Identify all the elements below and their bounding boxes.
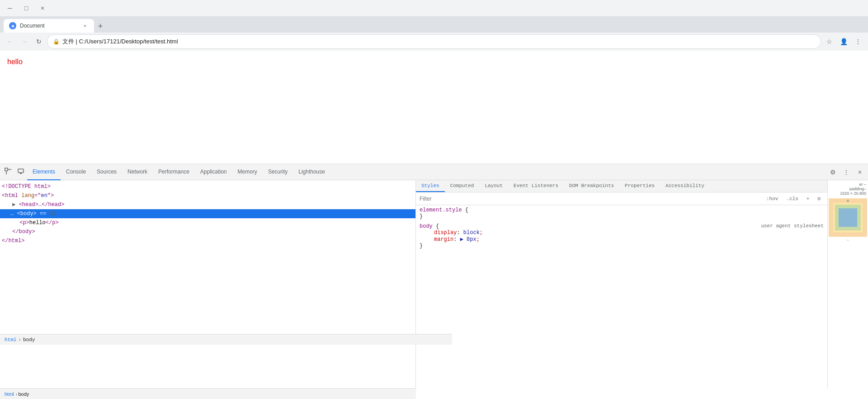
address-bar: ← → ↻ 🔒 文件 | C:/Users/17121/Desktop/test… [0,33,868,51]
dom-panel: <!DOCTYPE html> <html lang="en"> ▶ <head… [0,180,416,388]
box-model-panel: er – padding– 1520 × 20.800 8 – [827,180,868,388]
page-content: hello [0,51,868,164]
styles-panel: Styles Computed Layout Event Listeners D [416,180,827,388]
tab-security[interactable]: Security [263,164,293,180]
body-eq: $0 [50,211,56,217]
dom-line-html[interactable]: <html lang="en"> [0,191,415,200]
back-button[interactable]: ← [4,35,16,48]
tab-favicon: ◉ [9,22,16,29]
window-close-button[interactable]: × [36,2,49,14]
toolbar-right: ☆ 👤 ⋮ [823,35,864,48]
element-style-close: } [420,213,824,220]
dom-line-doctype[interactable]: <!DOCTYPE html> [0,182,415,191]
title-bar: ─ □ × [0,0,868,16]
add-style-button[interactable]: + [803,195,813,203]
box-dims: – [828,238,868,242]
tab-bar: ◉ Document × + [0,16,868,33]
box-model-size-label: er – padding– 1520 × 20.800 [828,180,868,197]
maximize-button[interactable]: □ [20,2,33,14]
minimize-button[interactable]: ─ [4,2,16,14]
element-style-block: element.style { } [420,207,824,220]
element-style-selector[interactable]: element.style { [420,207,824,213]
body-style-close: } [420,243,824,249]
tab-console[interactable]: Console [61,164,91,180]
styles-filter-input[interactable] [420,196,761,202]
device-toolbar-button[interactable] [14,166,27,178]
forward-button[interactable]: → [18,35,31,48]
svg-rect-0 [5,168,8,171]
profile-icon: 👤 [840,38,848,45]
menu-icon: ⋮ [855,38,861,45]
breadcrumb-html[interactable]: html [4,337,17,343]
tab-performance[interactable]: Performance [153,164,195,180]
devtools-settings-button[interactable]: ⚙ [826,166,839,178]
styles-tab-layout[interactable]: Layout [479,180,508,192]
url-bar[interactable]: 🔒 文件 | C:/Users/17121/Desktop/test/test.… [47,34,821,49]
forward-icon: → [21,38,28,45]
svg-rect-4 [20,173,22,174]
devtools-close-button[interactable]: × [854,166,866,178]
menu-button[interactable]: ⋮ [852,35,864,48]
hello-text: hello [7,58,23,66]
settings-icon: ⚙ [830,169,836,176]
inspect-element-button[interactable] [2,166,14,178]
security-icon: 🔒 [53,38,60,45]
dom-line-body[interactable]: … <body> == $0 [0,209,415,218]
p-tag: <p> [19,220,29,226]
user-agent-label: user agent stylesheet [761,223,824,229]
body-tag: <body> == [17,211,50,217]
breadcrumb-body[interactable]: body [22,337,36,343]
styles-tab-event-listeners[interactable]: Event Listeners [508,180,564,192]
reload-icon: ↻ [36,38,42,45]
tab-application[interactable]: Application [195,164,232,180]
tab-network[interactable]: Network [122,164,153,180]
devtools-toolbar-right: ⚙ ⋮ × [826,166,866,178]
browser-tab-active[interactable]: ◉ Document × [4,19,94,33]
dom-line-head[interactable]: ▶ <head>…</head> [0,200,415,209]
bookmark-icon: ☆ [826,38,832,45]
body-style-selector-line[interactable]: body { user agent stylesheet [420,223,824,230]
dom-line-html-close[interactable]: </html> [0,236,415,245]
url-text: 文件 | C:/Users/17121/Desktop/test/test.ht… [62,38,815,46]
body-close-tag: </body> [12,229,35,235]
tab-close-button[interactable]: × [81,22,89,29]
tab-lighthouse[interactable]: Lighthouse [293,164,330,180]
devtools: Elements Console Sources Network Perform… [0,164,868,399]
breadcrumb-html-item[interactable]: html [4,391,15,397]
styles-tab-computed[interactable]: Computed [445,180,480,192]
styles-and-box: Styles Computed Layout Event Listeners D [416,180,868,388]
devtools-more-button[interactable]: ⋮ [840,166,853,178]
styles-content: element.style { } body { user agent styl… [416,205,827,388]
style-panels-button[interactable]: ⊡ [814,194,824,203]
devtools-right-panel: Styles Computed Layout Event Listeners D [416,180,868,388]
hov-button[interactable]: :hov [763,195,781,203]
styles-filter-bar: :hov .cls + ⊡ [416,192,827,205]
body-triangle[interactable]: … [10,211,14,217]
bookmark-button[interactable]: ☆ [823,35,835,48]
dom-line-body-close[interactable]: </body> [0,227,415,236]
browser-chrome: ─ □ × ◉ Document × + ← → ↻ 🔒 文件 | C:/Use… [0,0,868,51]
html-close-tag: </html> [2,238,24,244]
styles-tab-dom-breakpoints[interactable]: DOM Breakpoints [564,180,619,192]
svg-rect-3 [18,169,24,173]
cls-button[interactable]: .cls [783,195,801,203]
tab-memory[interactable]: Memory [232,164,263,180]
reload-button[interactable]: ↻ [33,35,45,48]
dom-breadcrumb: html › body [0,334,416,345]
css-display-prop[interactable]: display: block; [420,230,824,236]
dom-line-p[interactable]: <p>hello</p> [0,218,415,227]
styles-tab-styles[interactable]: Styles [416,180,445,192]
box-model-visualization: 8 [829,198,867,237]
breadcrumb-body-item[interactable]: body [18,391,29,397]
styles-tab-properties[interactable]: Properties [619,180,660,192]
tab-sources[interactable]: Sources [91,164,122,180]
head-triangle[interactable]: ▶ [12,202,15,208]
styles-tab-accessibility[interactable]: Accessibility [660,180,710,192]
css-margin-prop[interactable]: margin: ▶ 8px; [420,236,824,243]
device-icon [17,168,24,176]
devtools-body: <!DOCTYPE html> <html lang="en"> ▶ <head… [0,180,868,388]
tab-elements[interactable]: Elements [27,164,61,180]
new-tab-button[interactable]: + [94,20,107,33]
html-open-tag: <html [2,192,21,199]
profile-button[interactable]: 👤 [837,35,850,48]
